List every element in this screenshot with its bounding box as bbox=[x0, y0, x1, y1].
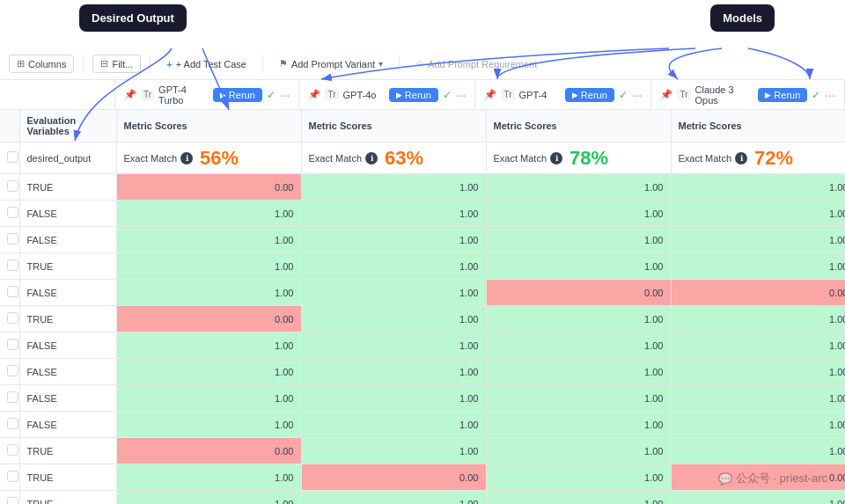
table-row: TRUE0.001.001.001.00 bbox=[0, 306, 845, 332]
eval-cell-4: FALSE bbox=[19, 280, 116, 306]
data-cell-12-1: 1.00 bbox=[301, 491, 486, 505]
filter-button[interactable]: ⊟ Filt... bbox=[92, 55, 141, 73]
data-cell-3-0: 1.00 bbox=[116, 253, 301, 280]
row-checkbox[interactable] bbox=[0, 280, 19, 306]
data-cell-0-2: 1.00 bbox=[486, 174, 671, 201]
tr-icon-4: Tr bbox=[677, 89, 690, 100]
row-checkbox[interactable] bbox=[0, 201, 19, 227]
data-cell-2-1: 1.00 bbox=[301, 227, 486, 253]
divider-3 bbox=[262, 55, 263, 73]
tr-icon-1: Tr bbox=[141, 89, 154, 100]
row-checkbox[interactable] bbox=[0, 306, 19, 332]
score-pct-3: 78% bbox=[569, 147, 608, 170]
row-checkbox[interactable] bbox=[0, 385, 19, 412]
data-cell-5-2: 1.00 bbox=[486, 306, 671, 332]
check-icon-4: ✓ bbox=[812, 89, 820, 101]
data-cell-5-1: 1.00 bbox=[301, 306, 486, 332]
score-cb[interactable] bbox=[0, 142, 19, 174]
add-test-case-button[interactable]: + + Add Test Case bbox=[159, 56, 254, 72]
pin-icon-4: 📌 bbox=[660, 89, 672, 100]
more-icon-2[interactable]: ··· bbox=[456, 88, 467, 102]
eval-cell-3: TRUE bbox=[19, 253, 116, 280]
main-table-container: Evaluation Variables Metric Scores Metri… bbox=[0, 110, 845, 504]
table-row: TRUE0.001.001.001.00 bbox=[0, 174, 845, 201]
metric-header-2: Metric Scores bbox=[301, 110, 486, 142]
metric-header-1: Metric Scores bbox=[116, 110, 301, 142]
row-checkbox[interactable] bbox=[0, 412, 19, 438]
score-pct-2: 63% bbox=[385, 147, 423, 170]
row-checkbox[interactable] bbox=[0, 174, 19, 201]
data-cell-2-3: 1.00 bbox=[671, 227, 845, 253]
eval-cell-9: FALSE bbox=[19, 412, 116, 438]
eval-cell-11: TRUE bbox=[19, 464, 116, 491]
table-row: FALSE1.001.001.001.00 bbox=[0, 227, 845, 253]
info-icon-2: ℹ bbox=[365, 152, 378, 164]
table-row: TRUE1.001.001.001.00 bbox=[0, 491, 845, 505]
data-cell-4-1: 1.00 bbox=[301, 280, 486, 306]
columns-button[interactable]: ⊞ Columns bbox=[9, 55, 74, 73]
eval-cell-0: TRUE bbox=[19, 174, 116, 201]
data-cell-0-1: 1.00 bbox=[301, 174, 486, 201]
pin-icon-2: 📌 bbox=[308, 89, 320, 100]
chevron-down-icon-1: ▾ bbox=[378, 59, 383, 69]
metric-header-4: Metric Scores bbox=[671, 110, 845, 142]
row-checkbox[interactable] bbox=[0, 359, 19, 385]
more-icon-4[interactable]: ··· bbox=[825, 88, 835, 102]
more-icon-1[interactable]: ··· bbox=[280, 88, 290, 102]
eval-cell-12: TRUE bbox=[19, 491, 116, 505]
rerun-button-4[interactable]: ▶ Rerun bbox=[758, 88, 807, 102]
data-cell-0-3: 1.00 bbox=[671, 174, 845, 201]
rerun-label-4: Rerun bbox=[774, 90, 800, 100]
data-cell-2-2: 1.00 bbox=[486, 227, 671, 253]
score-cell-4: Exact Match ℹ 72% bbox=[671, 142, 845, 174]
data-cell-3-1: 1.00 bbox=[301, 253, 486, 280]
desired-output-tooltip: Desired Output bbox=[79, 4, 187, 32]
row-checkbox[interactable] bbox=[0, 438, 19, 464]
data-cell-11-0: 1.00 bbox=[116, 464, 301, 491]
row-checkbox[interactable] bbox=[0, 464, 19, 491]
divider-1 bbox=[83, 55, 84, 73]
toolbar: ⊞ Columns ⊟ Filt... + + Add Test Case ⚑ … bbox=[0, 48, 845, 80]
eval-vars-header: Evaluation Variables bbox=[19, 110, 116, 142]
data-cell-10-1: 1.00 bbox=[301, 438, 486, 464]
star-icon: ☆ bbox=[415, 58, 424, 69]
add-prompt-variant-button[interactable]: ⚑ Add Prompt Variant ▾ bbox=[272, 55, 390, 72]
data-cell-9-2: 1.00 bbox=[486, 412, 671, 438]
plus-icon-1: + bbox=[166, 59, 172, 69]
rerun-button-3[interactable]: ▶ Rerun bbox=[565, 88, 614, 102]
data-cell-11-2: 1.00 bbox=[486, 464, 671, 491]
model-tabs-row: 📌 Tr GPT-4 Turbo ▶ Rerun ✓ ··· 📌 Tr GPT-… bbox=[0, 80, 845, 110]
columns-icon: ⊞ bbox=[17, 58, 25, 69]
rerun-button-2[interactable]: ▶ Rerun bbox=[389, 88, 438, 102]
data-cell-11-1: 0.00 bbox=[301, 464, 486, 491]
play-icon-3: ▶ bbox=[572, 91, 578, 99]
pin-icon-1: 📌 bbox=[124, 89, 136, 100]
model-name-3: GPT-4 bbox=[519, 90, 561, 100]
row-checkbox[interactable] bbox=[0, 332, 19, 359]
data-cell-8-2: 1.00 bbox=[486, 385, 671, 412]
data-cell-6-3: 1.00 bbox=[671, 332, 845, 359]
add-prompt-requirement-button[interactable]: ☆ Add Prompt Requirement bbox=[408, 55, 544, 72]
add-prompt-variant-label: Add Prompt Variant bbox=[291, 59, 375, 69]
row-checkbox[interactable] bbox=[0, 227, 19, 253]
row-checkbox[interactable] bbox=[0, 491, 19, 505]
eval-cell-7: FALSE bbox=[19, 359, 116, 385]
data-cell-3-2: 1.00 bbox=[486, 253, 671, 280]
tr-icon-2: Tr bbox=[325, 89, 338, 100]
pin-icon-3: 📌 bbox=[484, 89, 496, 100]
flag-icon: ⚑ bbox=[279, 58, 288, 69]
more-icon-3[interactable]: ··· bbox=[632, 88, 643, 102]
data-cell-7-3: 1.00 bbox=[671, 359, 845, 385]
data-cell-12-0: 1.00 bbox=[116, 491, 301, 505]
rerun-button-1[interactable]: ▶ Rerun bbox=[213, 88, 262, 102]
wechat-icon: 💬 bbox=[718, 472, 732, 486]
data-cell-4-0: 1.00 bbox=[116, 280, 301, 306]
row-checkbox[interactable] bbox=[0, 253, 19, 280]
data-cell-1-2: 1.00 bbox=[486, 201, 671, 227]
tr-icon-3: Tr bbox=[501, 89, 514, 100]
data-cell-1-0: 1.00 bbox=[116, 201, 301, 227]
data-cell-10-3: 1.00 bbox=[671, 438, 845, 464]
model-tab-gpt4turbo: 📌 Tr GPT-4 Turbo ▶ Rerun ✓ ··· bbox=[114, 80, 299, 109]
metric-header-3: Metric Scores bbox=[486, 110, 671, 142]
score-row: desired_output Exact Match ℹ 56% Exact M… bbox=[0, 142, 845, 174]
